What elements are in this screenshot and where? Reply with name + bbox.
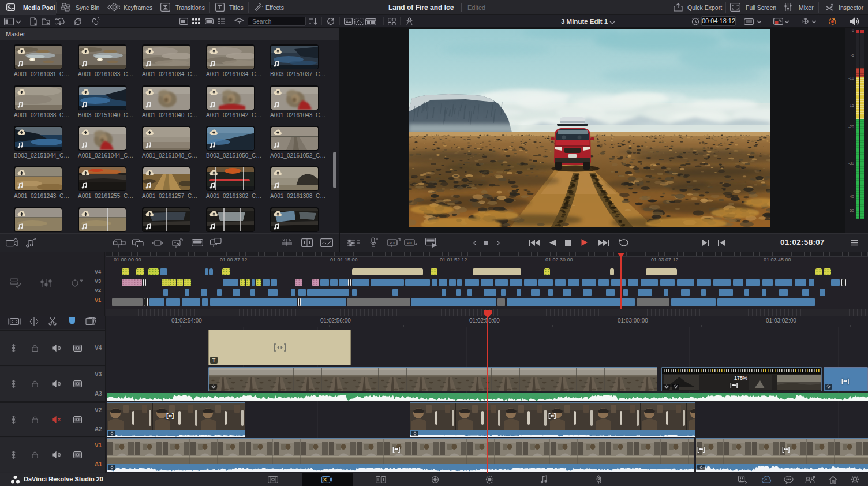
svg-text:POI: POI xyxy=(390,241,395,245)
svg-text:POI: POI xyxy=(407,241,412,245)
